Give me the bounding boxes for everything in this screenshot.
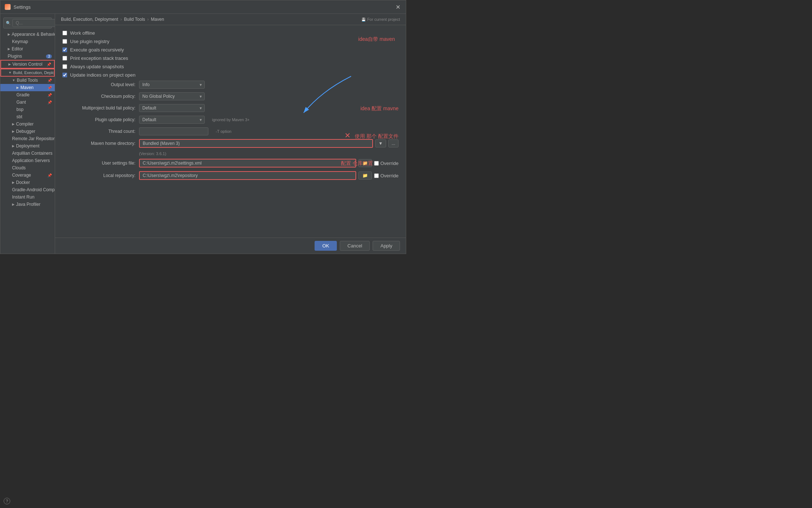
sidebar-item-appearance[interactable]: ▶ Appearance & Behavior 📌 [0, 31, 55, 38]
sidebar-item-label: Coverage [12, 173, 31, 178]
always-update-row: Always update snapshots [62, 64, 399, 69]
search-icon: 🔍 [6, 21, 11, 26]
sidebar-item-docker[interactable]: ▶ Docker [0, 179, 55, 186]
breadcrumb-sep1: › [120, 17, 122, 22]
sidebar-item-debugger[interactable]: ▶ Debugger [0, 128, 55, 135]
sidebar-item-editor[interactable]: ▶ Editor [0, 45, 55, 53]
plugin-update-policy-row: Plugin update policy: Default Force Upda… [62, 116, 399, 124]
cancel-button[interactable]: Cancel [340, 241, 370, 251]
user-settings-browse-btn[interactable]: 📁 [358, 159, 372, 167]
always-update-label[interactable]: Always update snapshots [70, 64, 124, 69]
update-indices-checkbox[interactable] [62, 73, 67, 77]
plugins-badge: 3 [46, 54, 52, 58]
sidebar: 🔍 ▶ Appearance & Behavior 📌 Keymap ▶ Edi… [0, 14, 55, 254]
checksum-policy-select[interactable]: No Global Policy Warn Fail Ignore [139, 92, 205, 100]
use-plugin-registry-checkbox[interactable] [62, 39, 67, 44]
expand-icon: ▶ [8, 32, 10, 36]
sidebar-item-label: Maven [20, 85, 34, 90]
sidebar-item-build-execution[interactable]: ▼ Build, Execution, Deployment [0, 69, 55, 77]
sidebar-item-java-profiler[interactable]: ▶ Java Profiler [0, 201, 55, 208]
sidebar-item-gradle-android[interactable]: Gradle-Android Compiler 📌 [0, 186, 55, 193]
local-repo-browse-btn[interactable]: 📁 [358, 172, 372, 180]
maven-home-label: Maven home directory: [62, 141, 135, 146]
sidebar-item-gradle[interactable]: Gradle 📌 [0, 91, 55, 99]
maven-home-input[interactable] [139, 139, 373, 148]
output-level-select[interactable]: Info Debug Verbose [139, 81, 205, 89]
ok-button[interactable]: OK [315, 241, 337, 251]
work-offline-row: Work offline [62, 30, 399, 36]
thread-count-note: -T option [216, 129, 231, 134]
sidebar-item-keymap[interactable]: Keymap [0, 38, 55, 45]
maven-home-row: Maven home directory: ▼ ... [62, 139, 399, 148]
breadcrumb-sep2: › [147, 17, 149, 22]
checksum-policy-row: Checksum policy: No Global Policy Warn F… [62, 92, 399, 100]
work-offline-checkbox[interactable] [62, 31, 67, 35]
sidebar-item-arquillian[interactable]: Arquillian Containers [0, 150, 55, 157]
local-repo-input[interactable] [139, 171, 356, 180]
search-input[interactable] [12, 19, 55, 27]
local-repo-override-checkbox[interactable] [374, 173, 379, 178]
maven-home-dropdown-btn[interactable]: ▼ [375, 139, 386, 147]
close-icon[interactable]: ✕ [394, 3, 401, 11]
user-settings-row: User settings file: 📁 Override [62, 159, 399, 168]
thread-count-input[interactable] [139, 127, 208, 135]
sidebar-item-bsp[interactable]: bsp [0, 106, 55, 113]
sidebar-item-instant-run[interactable]: Instant Run [0, 193, 55, 201]
breadcrumb: Build, Execution, Deployment › Build Too… [55, 14, 406, 25]
breadcrumb-part2: Build Tools [124, 17, 145, 22]
for-current-project: 💾 For current project [361, 17, 400, 22]
use-plugin-registry-label[interactable]: Use plugin registry [70, 39, 109, 44]
print-stack-traces-checkbox[interactable] [62, 56, 67, 61]
sidebar-item-build-tools[interactable]: ▼ Build Tools 📌 [0, 77, 55, 84]
search-box[interactable]: 🔍 [3, 18, 52, 28]
settings-dialog: Settings ✕ 🔍 ▶ Appearance & Behavior 📌 K… [0, 0, 406, 254]
sidebar-item-maven[interactable]: ▶ Maven 📌 [0, 84, 55, 91]
sidebar-item-label: Build Tools [17, 78, 38, 83]
plugin-update-policy-label: Plugin update policy: [62, 117, 135, 122]
user-settings-input[interactable] [139, 159, 356, 168]
sidebar-item-sbt[interactable]: sbt [0, 113, 55, 120]
sidebar-item-label: Gant [16, 100, 26, 105]
sidebar-item-remote-jar[interactable]: Remote Jar Repositories 📌 [0, 135, 55, 142]
always-update-checkbox[interactable] [62, 64, 67, 69]
plugin-update-note: ignored by Maven 3+ [212, 118, 250, 122]
sidebar-item-deployment[interactable]: ▶ Deployment [0, 142, 55, 150]
execute-goals-label[interactable]: Execute goals recursively [70, 47, 124, 53]
checksum-policy-label: Checksum policy: [62, 94, 135, 99]
sidebar-item-app-servers[interactable]: Application Servers [0, 157, 55, 164]
sidebar-item-gant[interactable]: Gant 📌 [0, 99, 55, 106]
sidebar-item-label: Debugger [16, 129, 35, 134]
sidebar-item-label: sbt [16, 114, 22, 119]
pin-icon: 📌 [47, 173, 52, 177]
update-indices-label[interactable]: Update indices on project open [70, 72, 135, 78]
local-repo-label: Local repository: [62, 173, 135, 178]
plugin-update-policy-select[interactable]: Default Force Update Never Update [139, 116, 205, 124]
local-repo-row: Local repository: 📁 Override [62, 171, 399, 180]
multiproject-policy-select[interactable]: Default Fail At End Never Fail Fail Fast [139, 104, 205, 112]
user-settings-override-checkbox[interactable] [374, 161, 379, 166]
local-repo-override-label[interactable]: Override [380, 173, 399, 178]
apply-button[interactable]: Apply [373, 241, 400, 251]
local-repo-controls: 📁 Override [139, 171, 399, 180]
expand-icon: ▶ [12, 181, 15, 184]
work-offline-label[interactable]: Work offline [70, 30, 95, 36]
sidebar-item-coverage[interactable]: Coverage 📌 [0, 172, 55, 179]
checksum-policy-select-wrapper: No Global Policy Warn Fail Ignore ▼ [139, 92, 205, 100]
sidebar-item-version-control[interactable]: ▶ Version Control 📌 [0, 60, 55, 69]
user-settings-override-label[interactable]: Override [380, 161, 399, 166]
version-note: (Version: 3.6.1) [139, 151, 399, 156]
main-body: 🔍 ▶ Appearance & Behavior 📌 Keymap ▶ Edi… [0, 14, 406, 254]
multiproject-policy-row: Multiproject build fail policy: Default … [62, 104, 399, 112]
sidebar-item-clouds[interactable]: Clouds [0, 164, 55, 172]
breadcrumb-part3: Maven [151, 17, 164, 22]
sidebar-item-label: Gradle [16, 92, 30, 97]
sidebar-item-label: Instant Run [12, 195, 34, 200]
expand-icon: ▶ [8, 62, 11, 66]
sidebar-item-compiler[interactable]: ▶ Compiler [0, 120, 55, 128]
execute-goals-checkbox[interactable] [62, 47, 67, 52]
app-icon [5, 4, 11, 10]
title-bar: Settings ✕ [0, 0, 406, 14]
print-stack-traces-label[interactable]: Print exception stack traces [70, 55, 128, 61]
sidebar-item-plugins[interactable]: Plugins 3 [0, 53, 55, 60]
maven-home-browse-btn[interactable]: ... [388, 139, 399, 147]
